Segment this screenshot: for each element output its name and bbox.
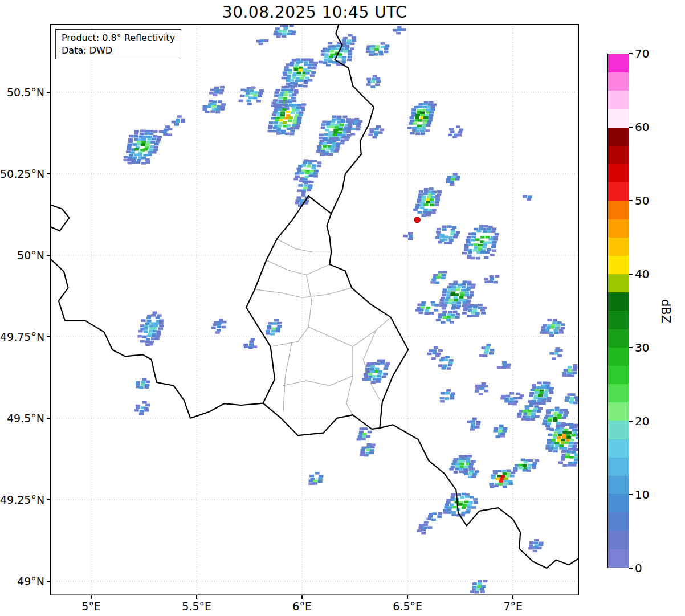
tick-mark xyxy=(47,255,50,256)
colorbar-segment xyxy=(608,146,629,164)
colorbar-segment xyxy=(608,128,629,146)
colorbar-segment xyxy=(608,256,629,274)
colorbar-segment xyxy=(608,329,629,348)
colorbar-segment xyxy=(608,348,629,366)
colorbar-axis-label: dBZ xyxy=(658,293,673,329)
colorbar xyxy=(607,54,629,568)
marker-layer xyxy=(414,217,420,223)
plot-title: 30.08.2025 10:45 UTC xyxy=(50,3,579,22)
colorbar-segment xyxy=(608,238,629,256)
colorbar-segment xyxy=(608,549,629,568)
colorbar-segment xyxy=(608,384,629,402)
tick-mark xyxy=(407,595,408,599)
product-info-box: Product: 0.8° Reflectivity Data: DWD xyxy=(55,29,181,59)
colorbar-tick-label: 70 xyxy=(635,46,649,61)
colorbar-segment xyxy=(608,512,629,531)
tick-mark xyxy=(301,595,303,599)
y-tick-label: 50.5°N xyxy=(0,85,47,99)
tick-mark xyxy=(629,274,633,275)
colorbar-segment xyxy=(608,458,629,476)
weather-radar-figure: 30.08.2025 10:45 UTC Product: 0.8° Refle… xyxy=(0,0,685,616)
colorbar-segment xyxy=(608,531,629,549)
colorbar-tick-label: 50 xyxy=(635,193,649,208)
canton-borders xyxy=(255,239,391,415)
tick-mark xyxy=(47,418,50,419)
colorbar-segment xyxy=(608,201,629,219)
tick-mark xyxy=(629,568,633,569)
colorbar-tick-label: 60 xyxy=(635,120,649,134)
tick-mark xyxy=(47,92,50,93)
x-tick-label: 6.5°E xyxy=(393,599,422,613)
tick-mark xyxy=(629,127,633,128)
colorbar-segment xyxy=(608,476,629,494)
y-tick-label: 49.75°N xyxy=(0,330,47,344)
data-source-label: Data: DWD xyxy=(62,44,175,57)
y-tick-label: 49.25°N xyxy=(0,493,47,507)
colorbar-segment xyxy=(608,366,629,384)
tick-mark xyxy=(512,595,513,599)
colorbar-segment xyxy=(608,421,629,439)
radar-echoes xyxy=(124,25,580,594)
tick-mark xyxy=(629,347,633,348)
product-label: Product: 0.8° Reflectivity xyxy=(62,32,175,44)
tick-mark xyxy=(629,494,633,495)
colorbar-segment xyxy=(608,292,629,311)
tick-mark xyxy=(47,581,50,582)
tick-mark xyxy=(629,421,633,422)
colorbar-segment xyxy=(608,91,629,109)
colorbar-segment xyxy=(608,54,629,72)
tick-mark xyxy=(629,53,633,54)
tick-mark xyxy=(47,336,50,337)
colorbar-segment xyxy=(608,439,629,458)
x-tick-label: 7°E xyxy=(503,599,523,613)
x-tick-label: 5.5°E xyxy=(182,599,211,613)
colorbar-tick-label: 40 xyxy=(635,267,649,282)
colorbar-tick-label: 20 xyxy=(635,414,649,429)
tick-mark xyxy=(47,499,50,500)
colorbar-tick-label: 30 xyxy=(635,340,649,355)
x-tick-label: 6°E xyxy=(292,599,312,613)
gridlines xyxy=(50,24,579,595)
y-tick-label: 50°N xyxy=(0,248,47,262)
y-tick-label: 50.25°N xyxy=(0,167,47,181)
colorbar-tick-label: 0 xyxy=(635,561,642,576)
colorbar-segment xyxy=(608,274,629,292)
tick-mark xyxy=(196,595,197,599)
colorbar-segment xyxy=(608,164,629,182)
tick-mark xyxy=(91,595,92,599)
radar-map-canvas xyxy=(50,24,579,595)
tick-mark xyxy=(629,200,633,201)
colorbar-segment xyxy=(608,109,629,128)
map-plot-area: Product: 0.8° Reflectivity Data: DWD xyxy=(50,24,579,595)
y-tick-label: 49.5°N xyxy=(0,411,47,425)
x-tick-label: 5°E xyxy=(81,599,101,613)
colorbar-segment xyxy=(608,402,629,421)
colorbar-segment xyxy=(608,182,629,201)
colorbar-segment xyxy=(608,494,629,512)
y-tick-label: 49°N xyxy=(0,574,47,588)
colorbar-gradient xyxy=(608,54,629,568)
colorbar-tick-label: 10 xyxy=(635,487,649,502)
tick-mark xyxy=(47,173,50,174)
colorbar-segment xyxy=(608,72,629,91)
colorbar-segment xyxy=(608,219,629,238)
station-marker xyxy=(414,217,420,223)
colorbar-segment xyxy=(608,311,629,329)
